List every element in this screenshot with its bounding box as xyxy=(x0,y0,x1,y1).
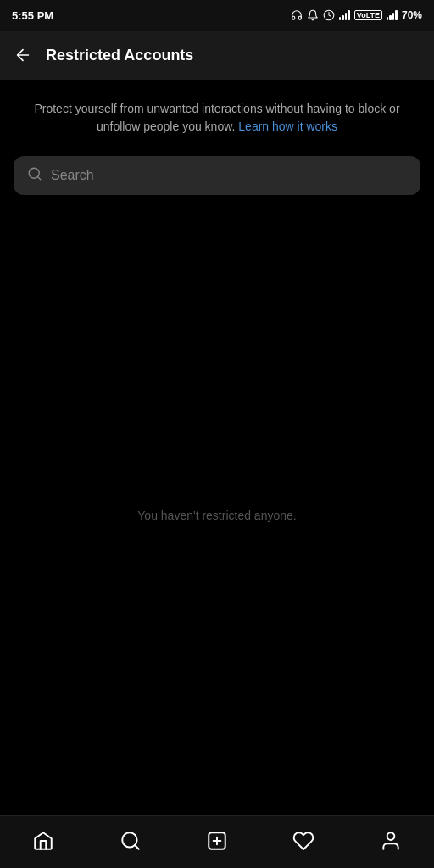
back-button[interactable] xyxy=(14,46,32,64)
search-input[interactable] xyxy=(51,168,407,183)
nav-search[interactable] xyxy=(103,823,159,859)
search-bar[interactable] xyxy=(14,156,420,195)
page-title: Restricted Accounts xyxy=(46,47,193,64)
volte-badge: VoLTE xyxy=(354,10,382,20)
learn-how-link[interactable]: Learn how it works xyxy=(238,120,337,133)
nav-heart[interactable] xyxy=(275,823,331,859)
svg-point-4 xyxy=(387,832,394,840)
bell-icon xyxy=(307,9,319,21)
status-bar: 5:55 PM VoLTE xyxy=(0,0,434,31)
status-icons: VoLTE 70% xyxy=(291,9,422,21)
search-icon xyxy=(27,166,42,185)
bottom-nav xyxy=(0,815,434,868)
profile-icon xyxy=(380,830,402,852)
status-time: 5:55 PM xyxy=(12,9,53,22)
nav-add[interactable] xyxy=(189,823,245,859)
back-arrow-icon xyxy=(14,46,32,64)
nav-home[interactable] xyxy=(15,823,71,859)
header: Restricted Accounts xyxy=(0,31,434,80)
battery-indicator: 70% xyxy=(402,9,422,21)
empty-state-message: You haven't restricted anyone. xyxy=(137,509,296,522)
heart-icon xyxy=(292,830,314,852)
main-content: Protect yourself from unwanted interacti… xyxy=(0,80,434,815)
clock-icon xyxy=(323,9,335,21)
signal-icon xyxy=(339,10,350,20)
empty-state: You haven't restricted anyone. xyxy=(14,215,420,815)
home-icon xyxy=(32,830,54,852)
signal-icon-2 xyxy=(387,10,398,20)
add-icon xyxy=(206,830,228,852)
search-nav-icon xyxy=(120,830,142,852)
magnifier-icon xyxy=(27,166,42,181)
headphones-icon xyxy=(291,9,303,21)
description-text: Protect yourself from unwanted interacti… xyxy=(14,100,420,136)
nav-profile[interactable] xyxy=(363,823,419,859)
